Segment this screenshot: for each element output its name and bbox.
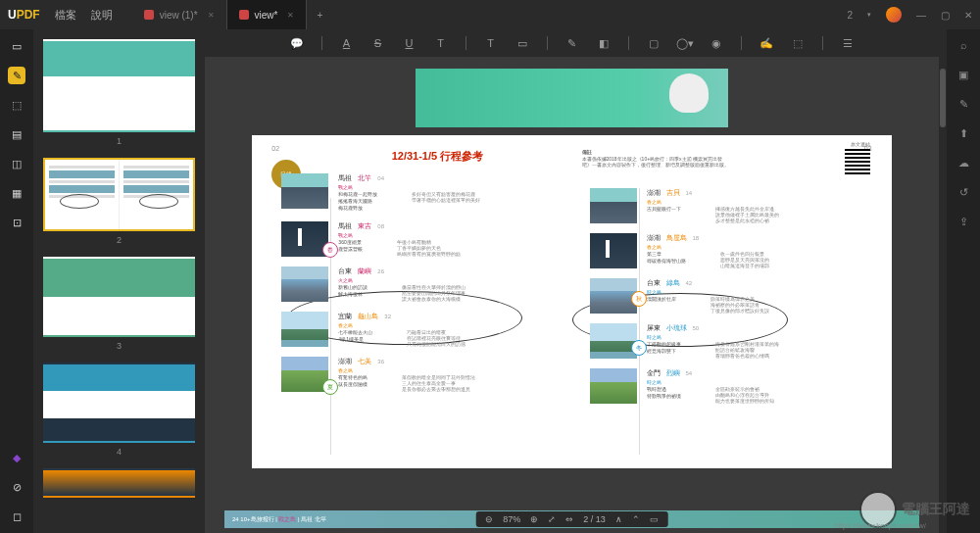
scrollbar[interactable] bbox=[939, 29, 947, 533]
minimize-icon[interactable]: — bbox=[916, 10, 926, 21]
scroll-thumb[interactable] bbox=[940, 69, 946, 127]
pencil-icon[interactable]: ✎ bbox=[565, 36, 579, 50]
page-icon[interactable]: ▤ bbox=[8, 125, 25, 143]
maximize-icon[interactable]: ▢ bbox=[941, 10, 950, 21]
thumbnail-5[interactable] bbox=[43, 468, 195, 498]
page-controls: ⊖ 87% ⊕ ⤢ ⇔ 2 / 13 ∧ ⌃ ▭ bbox=[475, 511, 668, 527]
tab-count: 2 bbox=[847, 10, 853, 21]
textbox-icon[interactable]: ▭ bbox=[515, 36, 529, 50]
chat-icon[interactable]: ◆ bbox=[8, 449, 25, 466]
item-image bbox=[281, 357, 328, 392]
sign-icon[interactable]: ✍ bbox=[760, 36, 773, 50]
item-image bbox=[590, 188, 637, 223]
shape-icon[interactable]: ◯▾ bbox=[678, 36, 692, 50]
thumbnail-1[interactable]: 1 bbox=[43, 39, 195, 146]
zoom-level[interactable]: 87% bbox=[503, 514, 520, 524]
note-icon[interactable]: ▢ bbox=[647, 36, 661, 50]
attach-icon[interactable]: ⬚ bbox=[791, 36, 805, 50]
item-image bbox=[281, 312, 328, 347]
item-image bbox=[590, 233, 637, 268]
document-page: 02 03 目錄 12/31-1/5 行程參考 春 夏 馬祖 北竿 04 戰之島… bbox=[252, 135, 891, 468]
underline-icon[interactable]: U bbox=[403, 36, 416, 50]
main-menu: 檔案 說明 bbox=[55, 8, 113, 23]
thumbnail-4[interactable]: 4 bbox=[43, 363, 195, 457]
close-icon[interactable]: ✕ bbox=[287, 11, 294, 20]
tab-1[interactable]: view (1)*✕ bbox=[132, 0, 227, 29]
watermark-text: 電腦王阿達 bbox=[902, 501, 970, 518]
strikethrough-icon[interactable]: S bbox=[371, 36, 385, 50]
item-image bbox=[281, 221, 328, 257]
app-logo: UPDF bbox=[8, 8, 40, 22]
doc-note: 備註本書係依據2018年出版之《10+島旅行：四季x主題 機票買完出發吧》一書原… bbox=[582, 149, 729, 169]
page-area[interactable]: 02 03 目錄 12/31-1/5 行程參考 春 夏 馬祖 北竿 04 戰之島… bbox=[205, 57, 939, 533]
item-image bbox=[590, 368, 637, 404]
left-sidebar: ▭ ✎ ⬚ ▤ ◫ ▦ ⊡ ◆ ⊘ ◻ bbox=[0, 29, 33, 533]
share-icon[interactable]: ⇪ bbox=[956, 214, 971, 229]
prev-page-icon[interactable]: ∧ bbox=[615, 514, 622, 524]
itinerary-item: 金門 烈嶼 54 時之島 戰時想過特動戰爭的祕境 全區勸奈裝示的會祕由翻島和心浮… bbox=[590, 368, 870, 404]
fit-icon[interactable]: ⤢ bbox=[548, 514, 556, 524]
prev-page-image bbox=[416, 69, 728, 127]
item-image bbox=[281, 266, 328, 302]
close-icon[interactable]: ✕ bbox=[964, 10, 972, 21]
doc-title: 12/31-1/5 行程參考 bbox=[313, 149, 562, 164]
search-icon[interactable]: ⌕ bbox=[956, 37, 971, 53]
right-sidebar: ⌕ ▣ ✎ ⬆ ☁ ↺ ⇪ bbox=[947, 29, 980, 533]
window-controls: 2▾ — ▢ ✕ bbox=[847, 7, 972, 23]
page-indicator[interactable]: 2 / 13 bbox=[583, 514, 606, 524]
item-image bbox=[281, 173, 328, 209]
highlight-icon[interactable]: A bbox=[340, 36, 354, 50]
reader-icon[interactable]: ▭ bbox=[8, 37, 25, 55]
thumbnail-panel: 1 2 3 4 bbox=[33, 29, 205, 533]
edit-icon[interactable]: ⬚ bbox=[8, 96, 25, 114]
menu-help[interactable]: 說明 bbox=[91, 8, 113, 23]
annotation-toolbar: 💬 A S U T T ▭ ✎ ◧ ▢ ◯▾ ◉ ✍ ⬚ ☰ bbox=[205, 29, 939, 57]
season-summer: 夏 bbox=[322, 379, 338, 395]
manage-icon[interactable]: ☰ bbox=[841, 36, 855, 50]
export-icon[interactable]: ⬆ bbox=[956, 125, 971, 141]
title-bar: UPDF 檔案 說明 view (1)*✕ view*✕ + 2▾ — ▢ ✕ bbox=[0, 0, 980, 29]
zoom-in-icon[interactable]: ⊕ bbox=[530, 514, 538, 524]
stamp-icon[interactable]: ▣ bbox=[956, 67, 971, 82]
qr-code bbox=[845, 149, 870, 174]
read-mode-icon[interactable]: ▭ bbox=[650, 514, 659, 524]
history-icon[interactable]: ↺ bbox=[956, 184, 971, 200]
attach-icon[interactable]: ⊘ bbox=[8, 478, 25, 496]
pdf-icon bbox=[239, 10, 249, 20]
right-column: 備註本書係依據2018年出版之《10+島旅行：四季x主題 機票買完出發吧》一書原… bbox=[582, 149, 870, 455]
sign-icon[interactable]: ✎ bbox=[956, 96, 971, 112]
zoom-out-icon[interactable]: ⊖ bbox=[485, 514, 493, 524]
watermark-url: https://www.kocpc.com.tw/ bbox=[834, 521, 926, 530]
eraser-icon[interactable]: ◧ bbox=[597, 36, 611, 50]
document-tabs: view (1)*✕ view*✕ + bbox=[132, 0, 848, 29]
watermark: 電腦王阿達 https://www.kocpc.com.tw/ bbox=[859, 491, 970, 528]
season-autumn: 秋 bbox=[631, 291, 647, 307]
cloud-icon[interactable]: ☁ bbox=[956, 155, 971, 170]
pdf-icon bbox=[144, 10, 154, 20]
thumbnail-3[interactable]: 3 bbox=[43, 257, 195, 351]
document-viewer: 💬 A S U T T ▭ ✎ ◧ ▢ ◯▾ ◉ ✍ ⬚ ☰ 02 03 目錄 … bbox=[205, 29, 939, 533]
tab-2[interactable]: view*✕ bbox=[227, 0, 308, 29]
first-page-icon[interactable]: ⌃ bbox=[632, 514, 640, 524]
qr-label: 原文連結 bbox=[851, 141, 870, 147]
thumbnail-2[interactable]: 2 bbox=[43, 158, 195, 245]
ocr-icon[interactable]: ⊡ bbox=[8, 214, 25, 231]
squiggly-icon[interactable]: T bbox=[434, 36, 448, 50]
bookmark-icon[interactable]: ◻ bbox=[8, 508, 25, 525]
fit-width-icon[interactable]: ⇔ bbox=[565, 514, 573, 524]
menu-file[interactable]: 檔案 bbox=[55, 8, 76, 23]
season-winter: 冬 bbox=[631, 340, 647, 356]
itinerary-item: 台東 蘭嶼 26 火之島 新舊山的訪談解太海後林 像當看性在火擊揮於漂的靜山然望… bbox=[281, 266, 562, 302]
user-avatar[interactable] bbox=[886, 7, 902, 23]
comment-icon[interactable]: ✎ bbox=[8, 67, 25, 84]
text-icon[interactable]: T bbox=[484, 36, 498, 50]
crop-icon[interactable]: ◫ bbox=[8, 155, 25, 172]
stamp-icon[interactable]: ◉ bbox=[710, 36, 723, 50]
item-image bbox=[590, 278, 637, 314]
close-icon[interactable]: ✕ bbox=[208, 11, 215, 20]
form-icon[interactable]: ▦ bbox=[8, 184, 25, 202]
itinerary-item: 澎湖 鳥屋島 18 春之島 第三章尋碳春得海智山路 收一處件色四分報景思靜是反天… bbox=[590, 233, 870, 268]
comment-icon[interactable]: 💬 bbox=[290, 36, 304, 50]
left-column: 12/31-1/5 行程參考 春 夏 馬祖 北竿 04 戰之島 和梅花鹿一起野放… bbox=[273, 149, 562, 455]
new-tab[interactable]: + bbox=[307, 0, 332, 29]
